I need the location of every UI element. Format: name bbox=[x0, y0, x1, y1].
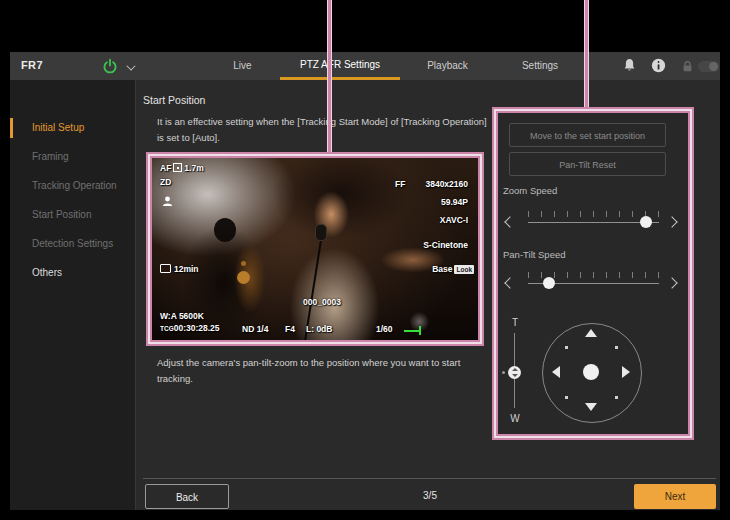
next-button[interactable]: Next bbox=[634, 484, 716, 509]
sidebar-item-tracking-operation[interactable]: Tracking Operation bbox=[10, 174, 135, 198]
joystick-center-knob[interactable] bbox=[583, 364, 599, 380]
footer-divider bbox=[143, 478, 716, 479]
focus-mode-label: AF bbox=[160, 163, 171, 173]
osd-look: S-Cinetone bbox=[423, 240, 468, 250]
osd-focus-mode: AF1.7m bbox=[160, 163, 204, 173]
ptz-control-panel: Move to the set start position Pan-Tilt … bbox=[496, 111, 690, 436]
chevron-down-icon[interactable] bbox=[127, 62, 136, 71]
camera-preview: AF1.7m ZD FF 3840x2160 59.94P XAVC-I S-C… bbox=[150, 156, 480, 342]
annotation-line-preview bbox=[327, 0, 332, 153]
annotation-line-panel bbox=[584, 0, 589, 109]
bell-icon bbox=[622, 58, 637, 73]
device-name: FR7 bbox=[21, 59, 43, 71]
sidebar-item-framing[interactable]: Framing bbox=[10, 145, 135, 169]
osd-zoom-indicator: ZD bbox=[160, 177, 171, 187]
osd-frame-rate: 59.94P bbox=[441, 197, 468, 207]
pan-tilt-speed-thumb[interactable] bbox=[543, 277, 555, 289]
osd-nd-filter: ND 1/4 bbox=[242, 324, 268, 334]
osd-sensor-mode: FF bbox=[395, 179, 405, 189]
joystick-down-arrow[interactable] bbox=[585, 403, 597, 411]
tab-playback[interactable]: Playback bbox=[400, 52, 495, 80]
lock-toggle[interactable] bbox=[698, 61, 719, 72]
zoom-speed-thumb[interactable] bbox=[640, 216, 652, 228]
sax-player-silhouette bbox=[214, 218, 236, 242]
microphone bbox=[315, 224, 327, 241]
tab-settings[interactable]: Settings bbox=[495, 52, 585, 80]
tab-bar: Live PTZ AFR Settings Playback Settings bbox=[205, 52, 585, 80]
osd-iris: F4 bbox=[285, 324, 295, 334]
osd-resolution: 3840x2160 bbox=[425, 179, 468, 189]
pan-tilt-speed-decrease-icon[interactable] bbox=[504, 277, 515, 288]
move-to-start-position-button[interactable]: Move to the set start position bbox=[509, 123, 666, 147]
toggle-knob bbox=[709, 62, 718, 71]
lock-icon bbox=[681, 59, 694, 77]
zoom-speed-track[interactable] bbox=[528, 222, 659, 223]
osd-media-remaining: 12min bbox=[160, 264, 199, 274]
sidebar: Initial Setup Framing Tracking Operation… bbox=[10, 80, 135, 510]
zoom-rocker-thumb[interactable] bbox=[508, 366, 521, 379]
tele-label: T bbox=[509, 317, 521, 328]
zoom-speed-slider bbox=[504, 209, 682, 235]
base-label: Base bbox=[432, 264, 452, 274]
joystick-right-arrow[interactable] bbox=[622, 366, 630, 378]
joystick-up-arrow[interactable] bbox=[585, 329, 597, 337]
zoom-rocker-tick bbox=[502, 371, 505, 374]
panel-annotation-box: Move to the set start position Pan-Tilt … bbox=[492, 107, 694, 440]
face-detect-icon bbox=[161, 195, 174, 209]
top-bar: FR7 Live PTZ AFR Settings Playback Setti… bbox=[10, 52, 720, 80]
osd-clip-name: 000_0003 bbox=[272, 297, 372, 307]
sidebar-item-others[interactable]: Others bbox=[10, 261, 135, 285]
zoom-speed-decrease-icon[interactable] bbox=[504, 216, 515, 227]
preview-annotation-box: AF1.7m ZD FF 3840x2160 59.94P XAVC-I S-C… bbox=[146, 152, 484, 346]
osd-gain: L: 0dB bbox=[306, 324, 332, 334]
zoom-speed-increase-icon[interactable] bbox=[666, 216, 677, 227]
joystick-corner-dot bbox=[565, 396, 568, 399]
osd-timecode: TCG00:30:28.25 bbox=[160, 323, 220, 333]
tab-ptz-afr-settings[interactable]: PTZ AFR Settings bbox=[280, 52, 400, 80]
power-button[interactable] bbox=[102, 58, 118, 74]
page-indicator: 3/5 bbox=[290, 490, 570, 501]
af-area-icon bbox=[173, 163, 182, 172]
joystick-corner-dot bbox=[615, 346, 618, 349]
pan-tilt-speed-track[interactable] bbox=[528, 283, 659, 284]
osd-white-balance: W:A 5600K bbox=[160, 311, 204, 321]
timecode-label: TCG bbox=[160, 325, 174, 332]
pan-tilt-speed-increase-icon[interactable] bbox=[666, 277, 677, 288]
osd-codec: XAVC-I bbox=[440, 215, 468, 225]
notification-button[interactable] bbox=[622, 58, 637, 77]
outro-text: Adjust the camera's pan-tilt-zoom to the… bbox=[157, 355, 487, 387]
joystick-left-arrow[interactable] bbox=[552, 366, 560, 378]
tab-live[interactable]: Live bbox=[205, 52, 280, 80]
media-card-icon bbox=[160, 264, 171, 273]
zoom-speed-ticks bbox=[528, 211, 659, 217]
pan-tilt-reset-button[interactable]: Pan-Tilt Reset bbox=[509, 152, 666, 176]
sidebar-item-detection-settings[interactable]: Detection Settings bbox=[10, 232, 135, 256]
osd-shutter: 1/60 bbox=[376, 324, 393, 334]
joystick-corner-dot bbox=[615, 396, 618, 399]
power-icon bbox=[102, 58, 118, 74]
timecode-value: 00:30:28.25 bbox=[174, 323, 220, 333]
pan-tilt-speed-label: Pan-Tilt Speed bbox=[503, 249, 566, 260]
focus-indicator-icon bbox=[404, 326, 426, 335]
zoom-speed-label: Zoom Speed bbox=[503, 185, 557, 196]
intro-text: It is an effective setting when the [Tra… bbox=[157, 114, 495, 146]
sidebar-item-initial-setup[interactable]: Initial Setup bbox=[10, 116, 135, 140]
info-button[interactable] bbox=[651, 58, 666, 77]
base-look-badge: Look bbox=[454, 265, 474, 274]
osd-base-look: BaseLook bbox=[432, 264, 474, 274]
info-icon bbox=[651, 58, 666, 73]
pan-tilt-speed-slider bbox=[504, 270, 682, 296]
wide-label: W bbox=[509, 413, 521, 424]
sidebar-item-start-position[interactable]: Start Position bbox=[10, 203, 135, 227]
joystick-corner-dot bbox=[565, 346, 568, 349]
screenshot-stage: FR7 Live PTZ AFR Settings Playback Setti… bbox=[0, 0, 730, 520]
back-button[interactable]: Back bbox=[145, 484, 229, 509]
page-title: Start Position bbox=[143, 94, 205, 106]
media-remaining-value: 12min bbox=[174, 264, 199, 274]
camera-live-image: AF1.7m ZD FF 3840x2160 59.94P XAVC-I S-C… bbox=[152, 158, 478, 340]
focus-distance: 1.7m bbox=[184, 163, 203, 173]
saxophone-shape bbox=[237, 271, 250, 284]
